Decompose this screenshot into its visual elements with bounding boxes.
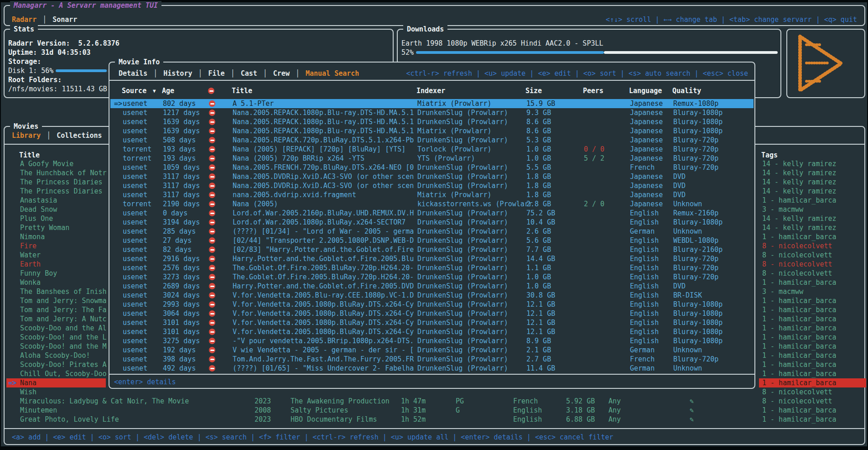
title-cell: Nana.2005.REPACK.1080p.Blu-ray.DTS-HD.MA… (233, 108, 414, 117)
monitored-icon: ✎ (690, 397, 694, 406)
title-cell: The.Goblet.Of.Fire.2005.BluRay.720p.H264… (233, 272, 414, 282)
runtime-cell: 1h 31m (401, 406, 426, 415)
release-row[interactable]: usenet3101 daysV.for.Vendetta.2005.1080p… (110, 327, 754, 336)
quality-cell: Bluray-720p (673, 163, 718, 172)
release-row[interactable]: usenet508 daysNana.2005.REPACK.720p.BluR… (110, 136, 754, 145)
quality-cell: Unknown (673, 199, 702, 209)
movie-title-cell: Funny Boy (20, 269, 57, 278)
download-progress-label: 52% (401, 48, 414, 57)
source-cell: usenet (123, 117, 147, 126)
movie-title-cell: Plus One (20, 214, 53, 223)
runtime-cell: 1h 47m (401, 397, 426, 406)
peers-cell: 2 / 0 (584, 199, 604, 209)
rating-cell: PG (456, 397, 464, 406)
release-row[interactable]: usenet3273 daysThe.Goblet.Of.Fire.2005.B… (110, 272, 754, 282)
release-row[interactable]: usenet3117 daysNana.2005.DVDRip.XviD.AC3… (110, 181, 754, 190)
release-row[interactable]: usenet1217 daysNana.2005.REPACK.1080p.Bl… (110, 108, 754, 117)
tab-radarr[interactable]: Radarr (12, 15, 36, 24)
movie-title-cell: Wish (20, 387, 36, 397)
release-row[interactable]: torrent193 daysNana (2005) 720p BRRip x2… (110, 154, 754, 163)
release-row[interactable]: usenet492 days(????) [01/65] - "Miss Und… (110, 364, 754, 373)
movie-tag-cell: 1 - hamilcar_barca (762, 406, 837, 415)
movie-row[interactable]: Wish8 - nicolecolvett (5, 387, 863, 397)
year-cell: 2023 (255, 415, 271, 424)
quality-cell: Bluray-720p (673, 254, 718, 263)
title-cell: Nana.2005.DVDRip.XviD.AC3-SVO (or other … (233, 172, 414, 181)
release-row[interactable]: =>usenet802 daysA 5.1-PTerMiatrix (Prowl… (110, 99, 754, 108)
movie-tag-cell: 8 - nicolecolvett (762, 269, 832, 278)
no-entry-icon (209, 237, 215, 244)
no-entry-icon (209, 173, 215, 180)
age-cell: 2689 days (163, 282, 200, 291)
age-cell: 82 days (163, 245, 192, 254)
age-cell: 1639 days (163, 126, 200, 136)
servarr-tabs: Radarr│Sonarr (12, 15, 77, 24)
source-cell: usenet (123, 345, 147, 355)
size-cell: 15.9 GB (526, 99, 555, 108)
release-row[interactable]: usenet27 days[02/44] "Transporter 2.2005… (110, 236, 754, 245)
source-cell: usenet (123, 163, 147, 172)
release-row[interactable]: usenet1639 daysNana.2005.REPACK.1080p.Bl… (110, 117, 754, 126)
movie-row[interactable]: Miraculous: Ladybug & Cat Noir, The Movi… (5, 397, 863, 406)
header-panel: Managarr - A Servarr management TUI Rada… (4, 5, 865, 26)
release-row[interactable]: usenet3064 daysV.for.Vendetta.2005.1080p… (110, 309, 754, 318)
movie-title-cell: Miraculous: Ladybug & Cat Noir, The Movi… (20, 397, 189, 406)
no-entry-icon (209, 192, 215, 198)
release-row[interactable]: usenet1059 daysNana.2005.FRENCH.720p.Blu… (110, 163, 754, 172)
release-row[interactable]: usenet2993 daysV.for.Vendetta.2005.1080p… (110, 300, 754, 309)
title-cell: V.for.Vendetta.2005.1080p.BluRay.DTS.x26… (233, 327, 414, 336)
release-row[interactable]: usenet2916 daysHarry.Potter.and.the.Gobl… (110, 254, 754, 263)
quality-profile-cell: Any (608, 406, 621, 415)
year-cell: 2008 (255, 406, 271, 415)
release-row[interactable]: usenet192 daysV wie Vendetta - 2005 - ge… (110, 345, 754, 355)
size-cell: 1.8 GB (526, 190, 551, 199)
quality-cell: Unknown (673, 345, 702, 355)
release-row[interactable]: torrent2190 daysNana (2005)kickasstorren… (110, 199, 754, 209)
age-cell: 3275 days (163, 336, 200, 345)
release-row[interactable]: usenet3024 daysV.for.Vendetta.2005.Blu-r… (110, 291, 754, 300)
size-cell: 7.7 GB (526, 245, 551, 254)
indexer-cell: DrunkenSlug (Prowlarr) (417, 336, 508, 345)
storage-label: Storage: (8, 57, 41, 66)
release-row[interactable]: usenet2576 daysThe.Goblet.Of.Fire.2005.B… (110, 263, 754, 272)
source-cell: usenet (123, 272, 147, 282)
managarr-logo (795, 34, 846, 93)
movie-title-cell: The Princess Diaries (20, 187, 103, 196)
release-row[interactable]: usenet3117 daysnana.2005.dvdrip.xvid.fra… (110, 190, 754, 199)
tab-sonarr[interactable]: Sonarr (52, 15, 77, 24)
release-row[interactable]: usenet3117 daysNana.2005.DVDRip.XviD.AC3… (110, 172, 754, 181)
release-row[interactable]: usenet2689 daysHarry.Potter.and.the.Gobl… (110, 282, 754, 291)
age-cell: 3273 days (163, 272, 200, 282)
release-row[interactable]: usenet3101 daysV.for.Vendetta.2005.1080p… (110, 318, 754, 327)
release-row[interactable]: usenet398 daysTom.And.Jerry.The.Fast.And… (110, 355, 754, 364)
indexer-cell: DrunkenSlug (Prowlarr) (417, 282, 508, 291)
modal-footer-help: <enter> details (114, 377, 176, 387)
language-cell: English (630, 236, 659, 245)
no-entry-icon (209, 183, 215, 189)
size-cell: 12.1 GB (526, 309, 555, 318)
release-row[interactable]: usenet82 days[02/83] "Harry.Potter.and.t… (110, 245, 754, 254)
movie-tag-cell: 1 - hamilcar_barca (762, 296, 837, 305)
release-row[interactable]: usenet1639 daysNana.2005.REPACK.1080p.Bl… (110, 126, 754, 136)
release-row[interactable]: usenet285 days(????) [01/34] - "Lord of … (110, 227, 754, 236)
download-item[interactable]: Earth 1998 1080p WEBRip x265 Hindi AAC2.… (401, 39, 603, 48)
indexer-cell: DrunkenSlug (Prowlarr) (417, 345, 508, 355)
modal-footer-separator (109, 374, 754, 375)
size-cell: 5.5 GB (526, 163, 551, 172)
movie-title-cell: Anastasia (20, 196, 57, 205)
movie-row[interactable]: Minutemen2008Salty Pictures1h 31mGEnglis… (5, 406, 863, 415)
movie-title-cell: Scooby-Doo! Pirates A (20, 360, 107, 369)
release-row[interactable]: usenet3194 daysLord.of.War.2005.1080p.Bl… (110, 218, 754, 227)
release-row[interactable]: usenet3275 days-"V pour vendetta.2005.BR… (110, 336, 754, 345)
source-cell: usenet (123, 263, 147, 272)
movie-row[interactable]: Great Photo, Lovely Life2023HBO Document… (5, 415, 863, 424)
movie-tag-cell: 1 - hamilcar_barca (762, 351, 837, 360)
language-cell: English (630, 300, 659, 309)
size-cell: 8.6 GB (526, 126, 551, 136)
language-cell: German (630, 227, 655, 236)
release-row[interactable]: torrent193 daysNana (2005) [REPACK] [720… (110, 145, 754, 154)
movie-title-cell: Nimona (20, 232, 45, 241)
studio-cell: HBO Documentary Films (291, 415, 377, 424)
release-row[interactable]: usenet0 daysLord.of.War.2005.2160p.BluRa… (110, 209, 754, 218)
age-cell: 3117 days (163, 172, 200, 181)
